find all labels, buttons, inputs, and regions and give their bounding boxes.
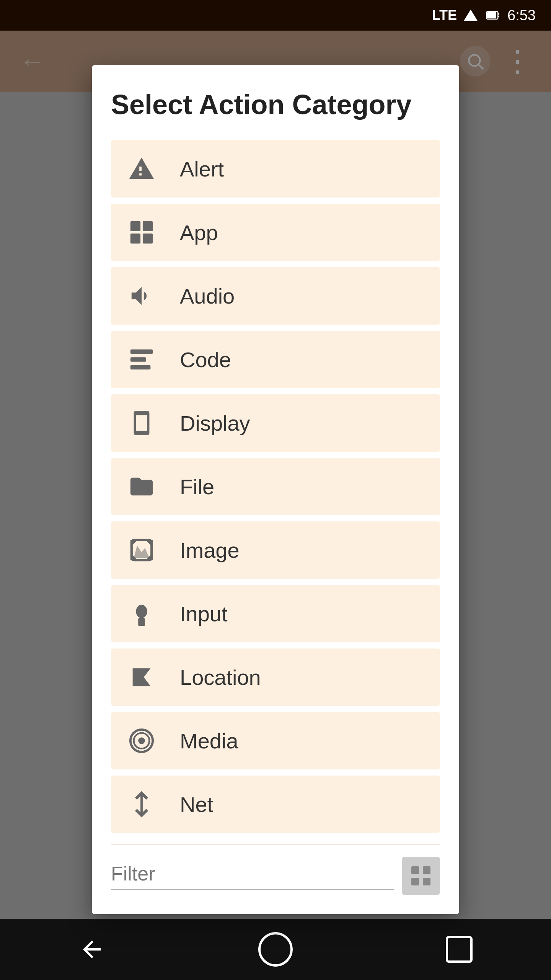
category-item-input[interactable]: Input <box>111 585 440 642</box>
clock: 6:53 <box>507 7 536 24</box>
category-item-image[interactable]: Image <box>111 521 440 579</box>
svg-rect-28 <box>411 878 419 885</box>
category-item-file[interactable]: File <box>111 458 440 515</box>
select-action-dialog: Select Action Category Alert App <box>92 65 459 914</box>
grid-view-button[interactable] <box>402 857 440 895</box>
app-icon <box>126 217 157 248</box>
recents-square-icon <box>446 936 473 963</box>
svg-rect-10 <box>130 350 153 354</box>
net-icon <box>126 789 157 820</box>
category-item-audio[interactable]: Audio <box>111 267 440 325</box>
category-label-alert: Alert <box>180 157 224 181</box>
nav-back-button[interactable] <box>73 930 111 969</box>
audio-icon <box>126 281 157 311</box>
svg-rect-8 <box>130 234 140 243</box>
category-item-app[interactable]: App <box>111 204 440 261</box>
image-icon <box>126 535 157 565</box>
divider <box>111 844 440 845</box>
lte-icon: LTE <box>432 7 457 23</box>
category-item-location[interactable]: Location <box>111 648 440 706</box>
filter-row <box>111 853 440 895</box>
nav-recents-button[interactable] <box>440 930 478 969</box>
svg-point-23 <box>138 738 145 745</box>
svg-rect-21 <box>138 618 145 626</box>
display-icon <box>126 408 157 438</box>
svg-point-20 <box>136 605 147 618</box>
category-label-app: App <box>180 220 218 245</box>
category-label-file: File <box>180 474 214 499</box>
category-label-location: Location <box>180 665 261 690</box>
category-item-code[interactable]: Code <box>111 331 440 388</box>
category-item-net[interactable]: Net <box>111 776 440 833</box>
battery-icon <box>484 8 501 23</box>
svg-rect-1 <box>487 12 496 19</box>
alert-icon <box>126 154 157 184</box>
category-label-media: Media <box>180 728 238 753</box>
svg-rect-12 <box>130 365 151 370</box>
category-label-net: Net <box>180 792 213 817</box>
home-circle-icon <box>258 932 293 967</box>
category-label-display: Display <box>180 411 250 436</box>
status-icons: LTE 6:53 <box>432 7 536 24</box>
category-item-display[interactable]: Display <box>111 394 440 452</box>
svg-rect-11 <box>130 358 146 362</box>
media-icon <box>126 725 157 756</box>
category-label-input: Input <box>180 601 228 626</box>
svg-rect-6 <box>130 221 140 231</box>
category-label-image: Image <box>180 538 240 563</box>
nav-home-button[interactable] <box>256 930 295 969</box>
file-icon <box>126 471 157 502</box>
category-item-media[interactable]: Media <box>111 712 440 769</box>
filter-input-wrap <box>111 862 394 890</box>
category-item-alert[interactable]: Alert <box>111 140 440 198</box>
bottom-nav <box>0 919 551 980</box>
filter-input[interactable] <box>111 862 394 885</box>
code-icon <box>126 344 157 375</box>
svg-rect-9 <box>143 234 153 243</box>
svg-rect-27 <box>423 866 430 874</box>
dialog-title: Select Action Category <box>111 88 440 121</box>
category-label-code: Code <box>180 347 231 372</box>
location-icon <box>126 662 157 693</box>
status-bar: LTE 6:53 <box>0 0 551 31</box>
category-label-audio: Audio <box>180 284 235 309</box>
svg-rect-7 <box>143 221 153 231</box>
category-list: Alert App Audio <box>111 140 440 833</box>
svg-rect-26 <box>411 866 419 874</box>
input-icon <box>126 598 157 629</box>
signal-icon <box>463 8 478 23</box>
svg-rect-29 <box>423 878 430 885</box>
